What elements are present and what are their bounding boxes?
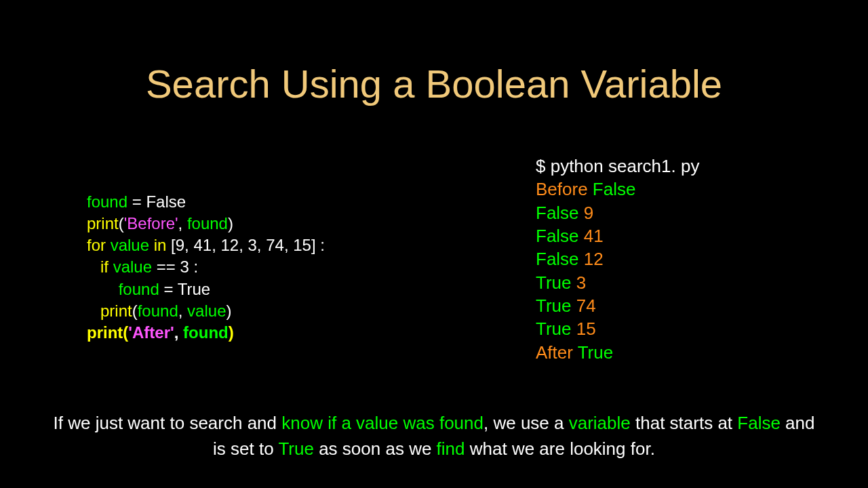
- code-token: found: [183, 323, 229, 342]
- caption-text: If we just want to search and: [54, 413, 282, 433]
- output-line: False: [536, 203, 579, 223]
- output-line: True: [536, 296, 572, 316]
- code-token: found: [187, 214, 228, 232]
- code-token: print: [87, 214, 119, 232]
- code-token: [87, 280, 119, 298]
- caption-text: know if a value was found: [281, 413, 484, 433]
- caption-text: variable: [569, 413, 631, 433]
- output-line: 41: [579, 226, 604, 246]
- output-block: $ python search1. py Before False False …: [536, 155, 699, 364]
- code-token: print(: [87, 323, 128, 342]
- slide: Search Using a Boolean Variable found = …: [0, 0, 868, 488]
- caption-text: as soon as we: [314, 439, 437, 459]
- code-token: [149, 236, 154, 254]
- code-token: value: [187, 302, 226, 320]
- output-line: 3: [572, 272, 587, 293]
- code-token: 'After': [128, 323, 174, 342]
- output-line: False: [536, 249, 579, 269]
- code-block: found = False print('Before', found) for…: [87, 191, 325, 344]
- code-token: [106, 236, 111, 254]
- code-token: [87, 302, 100, 320]
- code-token: ,: [178, 302, 187, 320]
- code-token: [9, 41, 12, 3, 74, 15] :: [166, 236, 325, 254]
- code-token: = False: [127, 192, 186, 211]
- code-token: 'Before': [124, 214, 178, 232]
- output-line: 9: [579, 203, 594, 223]
- code-token: for: [87, 236, 106, 254]
- code-token: ): [226, 302, 231, 320]
- code-token: (: [132, 302, 138, 320]
- code-token: found: [138, 302, 178, 320]
- output-line: False: [536, 226, 579, 246]
- caption-text: that starts at: [631, 413, 738, 433]
- output-line: 74: [572, 296, 596, 316]
- caption-text: find: [437, 439, 465, 459]
- code-token: [87, 258, 100, 276]
- code-token: found: [87, 192, 127, 211]
- output-line: After: [536, 342, 573, 363]
- code-token: ): [228, 214, 233, 232]
- code-token: ,: [178, 214, 187, 232]
- code-token: print: [100, 302, 132, 320]
- code-token: value: [113, 258, 152, 276]
- code-token: if: [100, 258, 108, 276]
- code-token: found: [119, 280, 159, 298]
- output-line: 15: [572, 319, 596, 339]
- code-token: = True: [159, 280, 210, 298]
- output-line: True: [536, 319, 572, 339]
- code-token: value: [111, 236, 149, 254]
- output-line: True: [536, 272, 572, 293]
- caption-text: False: [737, 413, 781, 433]
- code-token: (: [119, 214, 124, 232]
- code-token: ,: [174, 323, 183, 342]
- caption-text: , we use a: [484, 413, 569, 433]
- caption-text: True: [278, 439, 314, 459]
- code-token: == 3 :: [152, 258, 198, 276]
- output-line: $ python search1. py: [536, 156, 699, 176]
- output-line: Before: [536, 179, 588, 199]
- slide-title: Search Using a Boolean Variable: [0, 61, 868, 106]
- output-line: True: [573, 342, 613, 363]
- output-line: 12: [579, 249, 604, 269]
- code-token: in: [154, 236, 167, 254]
- output-line: False: [588, 179, 636, 199]
- caption-text: what we are looking for.: [465, 439, 655, 459]
- code-token: ): [229, 323, 234, 342]
- code-token: [108, 258, 113, 276]
- caption: If we just want to search and know if a …: [47, 411, 821, 462]
